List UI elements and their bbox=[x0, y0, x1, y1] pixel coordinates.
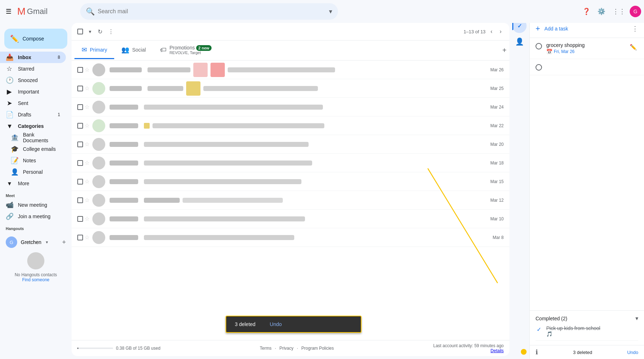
sidebar-item-important[interactable]: ▶ Important bbox=[0, 86, 66, 97]
email-checkbox[interactable] bbox=[77, 216, 83, 222]
menu-button[interactable]: ☰ bbox=[3, 5, 14, 18]
program-policies-link[interactable]: Program Policies bbox=[301, 346, 334, 351]
sidebar-item-join-meeting[interactable]: 🔗 Join a meeting bbox=[0, 211, 66, 222]
email-body-area bbox=[144, 161, 490, 166]
next-page-button[interactable]: › bbox=[498, 26, 504, 37]
email-row[interactable]: ☆ Mar 20 bbox=[72, 135, 509, 154]
task-due: 📅 Fri, Mar 26 bbox=[546, 49, 624, 54]
tasks-footer-undo-button[interactable]: Undo bbox=[627, 350, 638, 355]
email-checkbox[interactable] bbox=[77, 235, 83, 240]
toast-undo-button[interactable]: Undo bbox=[270, 321, 282, 327]
contacts-icon-button[interactable]: 👤 bbox=[512, 34, 527, 49]
sidebar-item-new-meeting[interactable]: 📹 New meeting bbox=[0, 199, 66, 211]
email-avatar bbox=[92, 231, 105, 244]
email-checkbox[interactable] bbox=[77, 86, 83, 91]
task-edit-button[interactable]: ✏️ bbox=[628, 42, 638, 52]
email-checkbox[interactable] bbox=[77, 179, 83, 185]
completed-header[interactable]: Completed (2) ▾ bbox=[536, 315, 638, 322]
email-row[interactable]: ☆ Mar 22 bbox=[72, 116, 509, 135]
sidebar-item-more[interactable]: ▾ More bbox=[0, 178, 66, 189]
tasks-footer-info-icon[interactable]: ℹ bbox=[536, 348, 538, 356]
email-tabs: ✉ Primary 👥 Social 🏷 Promotions 2 new RE… bbox=[72, 40, 509, 61]
new-task-checkbox[interactable] bbox=[536, 64, 542, 71]
details-link[interactable]: Details bbox=[490, 348, 504, 353]
more-options-button[interactable]: ⋮ bbox=[106, 26, 116, 37]
task-checkbox[interactable] bbox=[536, 43, 542, 49]
email-row[interactable]: ☆ Mar 24 bbox=[72, 98, 509, 116]
email-time: Mar 18 bbox=[490, 161, 504, 166]
sidebar-item-sent[interactable]: ➤ Sent bbox=[0, 97, 66, 109]
avatar-button[interactable]: G bbox=[630, 6, 641, 17]
email-checkbox[interactable] bbox=[77, 104, 83, 110]
more-chevron: ▾ bbox=[6, 180, 13, 187]
preview-placeholder bbox=[144, 179, 301, 184]
select-all-checkbox[interactable] bbox=[77, 29, 83, 34]
search-input[interactable] bbox=[98, 8, 326, 15]
find-someone-link[interactable]: Find someone bbox=[6, 277, 66, 282]
sidebar-item-drafts[interactable]: 📄 Drafts 1 bbox=[0, 109, 66, 120]
completed-title: Completed (2) bbox=[536, 316, 567, 321]
email-checkbox[interactable] bbox=[77, 142, 83, 147]
prev-page-button[interactable]: ‹ bbox=[488, 26, 494, 37]
tab-promotions[interactable]: 🏷 Promotions 2 new REVOLVE, Target bbox=[153, 40, 218, 60]
email-checkbox[interactable] bbox=[77, 197, 83, 203]
sidebar-item-personal[interactable]: 👤 Personal bbox=[0, 166, 66, 178]
completed-checkbox[interactable]: ✓ bbox=[536, 326, 542, 332]
add-hangout-button[interactable]: + bbox=[62, 239, 66, 246]
star-icon[interactable]: ☆ bbox=[84, 159, 89, 166]
email-row[interactable]: ☆ Mar 15 bbox=[72, 172, 509, 191]
refresh-button[interactable]: ↻ bbox=[96, 26, 105, 37]
email-row[interactable]: ☆ Mar 26 bbox=[72, 61, 509, 79]
email-row[interactable]: ☆ Mar 12 bbox=[72, 191, 509, 210]
star-icon[interactable]: ☆ bbox=[84, 122, 89, 129]
tab-primary[interactable]: ✉ Primary bbox=[74, 42, 114, 59]
meet-section-title: Meet bbox=[0, 189, 72, 199]
email-checkbox[interactable] bbox=[77, 67, 83, 73]
email-checkbox[interactable] bbox=[77, 160, 83, 166]
email-row[interactable]: ☆ Mar 10 bbox=[72, 210, 509, 228]
sidebar-item-notes[interactable]: 📝 Notes bbox=[0, 155, 66, 166]
add-task-icon: + bbox=[536, 24, 540, 33]
email-checkbox[interactable] bbox=[77, 123, 83, 129]
sidebar-item-starred[interactable]: ☆ Starred bbox=[0, 63, 66, 75]
email-toolbar: ▾ ↻ ⋮ 1–13 of 13 ‹ › bbox=[72, 23, 509, 40]
tab-social[interactable]: 👥 Social bbox=[114, 42, 153, 59]
add-tab-button[interactable]: + bbox=[502, 46, 507, 54]
email-time: Mar 24 bbox=[490, 105, 504, 110]
new-task-input[interactable] bbox=[546, 64, 638, 70]
primary-tab-icon: ✉ bbox=[82, 46, 87, 54]
star-icon[interactable]: ☆ bbox=[84, 85, 89, 92]
task-due-text: Fri, Mar 26 bbox=[554, 49, 575, 54]
star-icon[interactable]: ☆ bbox=[84, 215, 89, 222]
apps-button[interactable]: ⋮⋮ bbox=[610, 5, 628, 18]
refresh-icon: ↻ bbox=[98, 28, 102, 35]
hangout-user[interactable]: G Gretchen ▾ + bbox=[0, 235, 72, 249]
search-bar[interactable]: 🔍 ▾ bbox=[80, 3, 338, 20]
email-avatar bbox=[92, 63, 105, 76]
sent-icon: ➤ bbox=[6, 99, 13, 107]
privacy-link[interactable]: Privacy bbox=[279, 346, 293, 351]
email-row[interactable]: ☆ Mar 8 bbox=[72, 228, 509, 247]
search-icon[interactable]: 🔍 bbox=[86, 7, 95, 16]
email-row[interactable]: ☆ Mar 25 bbox=[72, 79, 509, 98]
add-task-more-icon[interactable]: ⋮ bbox=[632, 25, 638, 33]
sidebar-item-categories[interactable]: ▾ Categories bbox=[0, 120, 66, 132]
sidebar-item-snoozed[interactable]: 🕐 Snoozed bbox=[0, 75, 66, 86]
star-icon[interactable]: ☆ bbox=[84, 104, 89, 110]
sidebar-item-bank-documents[interactable]: 🏦 Bank Documents bbox=[0, 132, 66, 143]
compose-button[interactable]: ✏️ Compose bbox=[4, 29, 67, 49]
sidebar-item-inbox[interactable]: 📥 Inbox 8 bbox=[0, 52, 66, 63]
star-icon[interactable]: ☆ bbox=[84, 66, 89, 73]
select-dropdown-button[interactable]: ▾ bbox=[86, 26, 94, 37]
email-time: Mar 15 bbox=[490, 179, 504, 184]
sidebar-item-college-emails[interactable]: 🎓 College emails bbox=[0, 143, 66, 155]
star-icon[interactable]: ☆ bbox=[84, 234, 89, 241]
star-icon[interactable]: ☆ bbox=[84, 141, 89, 148]
email-row[interactable]: ☆ Mar 18 bbox=[72, 154, 509, 172]
star-icon[interactable]: ☆ bbox=[84, 197, 89, 204]
help-button[interactable]: ❓ bbox=[580, 5, 593, 18]
settings-button[interactable]: ⚙️ bbox=[595, 5, 608, 18]
star-icon[interactable]: ☆ bbox=[84, 178, 89, 185]
terms-link[interactable]: Terms bbox=[260, 346, 272, 351]
search-dropdown-icon[interactable]: ▾ bbox=[329, 8, 332, 15]
